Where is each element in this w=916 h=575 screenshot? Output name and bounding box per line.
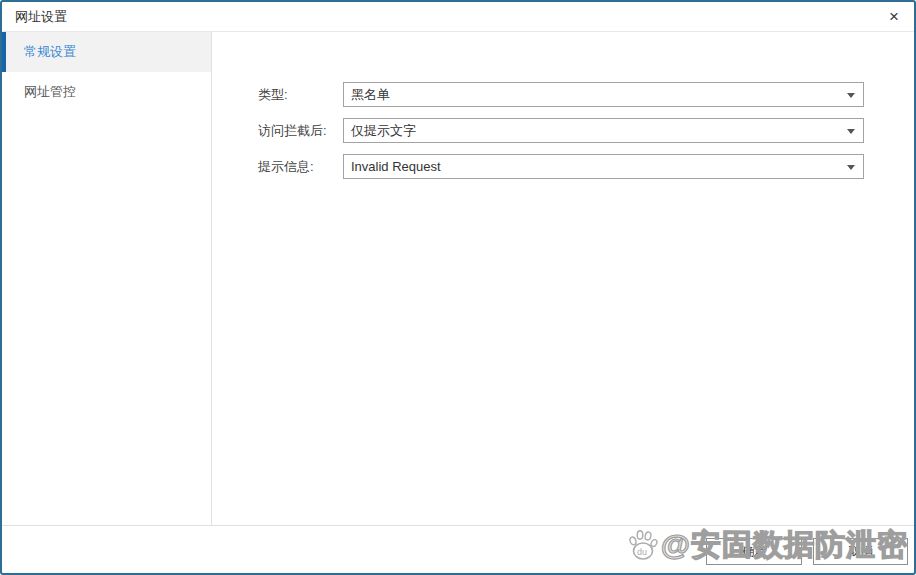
- footer: 确定 取消 du @安固数据防泄密: [2, 525, 914, 573]
- title-bar: 网址设置 ×: [2, 2, 914, 32]
- prompt-message-dropdown-value: Invalid Request: [344, 155, 863, 178]
- close-icon[interactable]: ×: [882, 5, 906, 29]
- dialog-title: 网址设置: [2, 8, 67, 26]
- chevron-down-icon: [847, 129, 855, 134]
- baidu-paw-icon: du: [627, 529, 659, 563]
- form-row-type: 类型: 黑名单: [258, 82, 864, 107]
- type-label: 类型:: [258, 82, 343, 107]
- type-dropdown[interactable]: 黑名单: [343, 82, 864, 107]
- ok-button[interactable]: 确定: [706, 538, 802, 565]
- sidebar-item-general-settings[interactable]: 常规设置: [2, 32, 211, 72]
- type-dropdown-value: 黑名单: [344, 83, 863, 106]
- prompt-message-dropdown[interactable]: Invalid Request: [343, 154, 864, 179]
- chevron-down-icon: [847, 165, 855, 170]
- sidebar-item-label: 网址管控: [24, 84, 76, 99]
- cancel-button[interactable]: 取消: [813, 538, 908, 565]
- form-row-prompt-message: 提示信息: Invalid Request: [258, 154, 864, 179]
- url-settings-dialog: 网址设置 × 常规设置 网址管控 类型: 黑名单 访问拦截后:: [0, 0, 916, 575]
- dialog-body: 常规设置 网址管控 类型: 黑名单 访问拦截后: 仅提示文字: [2, 32, 914, 525]
- intercept-action-dropdown[interactable]: 仅提示文字: [343, 118, 864, 143]
- sidebar-item-label: 常规设置: [24, 44, 76, 59]
- sidebar: 常规设置 网址管控: [2, 32, 212, 525]
- svg-text:du: du: [637, 547, 647, 557]
- settings-form: 类型: 黑名单 访问拦截后: 仅提示文字 提示信息: Invalid Reque…: [212, 32, 914, 525]
- form-row-intercept-action: 访问拦截后: 仅提示文字: [258, 118, 864, 143]
- intercept-action-label: 访问拦截后:: [258, 118, 343, 143]
- intercept-action-dropdown-value: 仅提示文字: [344, 119, 863, 142]
- prompt-message-label: 提示信息:: [258, 154, 343, 179]
- sidebar-item-url-control[interactable]: 网址管控: [2, 72, 211, 112]
- chevron-down-icon: [847, 93, 855, 98]
